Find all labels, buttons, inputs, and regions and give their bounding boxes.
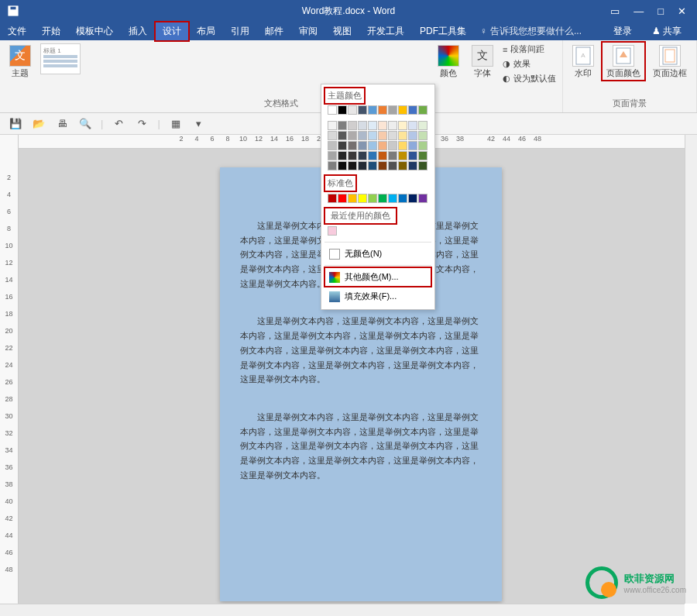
color-swatch[interactable] xyxy=(358,141,367,150)
color-swatch[interactable] xyxy=(328,131,337,140)
tell-me-search[interactable]: ♀ 告诉我您想要做什么... xyxy=(480,25,582,38)
color-swatch[interactable] xyxy=(328,194,337,203)
color-swatch[interactable] xyxy=(358,105,367,115)
color-swatch[interactable] xyxy=(388,194,397,203)
color-swatch[interactable] xyxy=(408,105,417,115)
color-swatch[interactable] xyxy=(328,161,337,170)
tab-pdf-tools[interactable]: PDF工具集 xyxy=(412,22,474,41)
color-swatch[interactable] xyxy=(418,141,427,150)
color-swatch[interactable] xyxy=(418,105,427,115)
color-swatch[interactable] xyxy=(388,131,397,140)
color-swatch[interactable] xyxy=(348,121,357,130)
minimize-button[interactable]: — xyxy=(633,5,644,17)
themes-button[interactable]: 文 主题 xyxy=(6,43,34,79)
no-color-item[interactable]: 无颜色(N) xyxy=(324,244,431,263)
color-swatch[interactable] xyxy=(418,194,427,203)
color-swatch[interactable] xyxy=(418,121,427,130)
color-swatch[interactable] xyxy=(358,151,367,160)
color-swatch[interactable] xyxy=(388,121,397,130)
maximize-button[interactable]: □ xyxy=(658,5,664,17)
color-swatch[interactable] xyxy=(348,105,357,115)
color-swatch[interactable] xyxy=(398,194,407,203)
color-swatch[interactable] xyxy=(368,141,377,150)
color-swatch[interactable] xyxy=(368,151,377,160)
color-swatch[interactable] xyxy=(338,151,347,160)
color-swatch[interactable] xyxy=(408,121,417,130)
color-swatch[interactable] xyxy=(418,161,427,170)
color-swatch[interactable] xyxy=(368,121,377,130)
paragraph-2[interactable]: 这里是举例文本内容，这里是举例文本内容，这里是举例文本内容，这里是举例文本内容，… xyxy=(240,314,482,386)
color-swatch[interactable] xyxy=(408,141,417,150)
watermark-button[interactable]: A 水印 xyxy=(569,43,597,79)
color-swatch[interactable] xyxy=(338,161,347,170)
color-swatch[interactable] xyxy=(378,131,387,140)
paragraph-3[interactable]: 这里是举例文本内容，这里是举例文本内容，这里是举例文本内容，这里是举例文本内容，… xyxy=(240,410,482,482)
color-swatch[interactable] xyxy=(398,105,407,115)
tab-mailings[interactable]: 邮件 xyxy=(257,22,291,41)
color-swatch[interactable] xyxy=(368,161,377,170)
color-swatch[interactable] xyxy=(358,194,367,203)
color-swatch[interactable] xyxy=(328,105,337,115)
color-swatch[interactable] xyxy=(408,194,417,203)
color-swatch[interactable] xyxy=(338,131,347,140)
color-swatch[interactable] xyxy=(398,161,407,170)
set-default-button[interactable]: ◐设为默认值 xyxy=(503,73,556,84)
fill-effects-item[interactable]: 填充效果(F)... xyxy=(324,287,431,306)
color-swatch[interactable] xyxy=(398,151,407,160)
color-swatch[interactable] xyxy=(408,161,417,170)
print-qat-button[interactable]: 🖶 xyxy=(54,116,70,132)
color-swatch[interactable] xyxy=(338,141,347,150)
color-swatch[interactable] xyxy=(378,161,387,170)
preview-qat-button[interactable]: 🔍 xyxy=(77,116,93,132)
color-swatch[interactable] xyxy=(328,151,337,160)
color-swatch[interactable] xyxy=(378,141,387,150)
color-swatch[interactable] xyxy=(328,121,337,130)
tab-home[interactable]: 开始 xyxy=(34,22,68,41)
save-icon[interactable] xyxy=(8,5,19,16)
color-swatch[interactable] xyxy=(338,121,347,130)
table-qat-button[interactable]: ▦ xyxy=(168,116,184,132)
color-swatch[interactable] xyxy=(328,141,337,150)
share-link[interactable]: ♟ 共享 xyxy=(644,22,689,41)
style-set-thumb[interactable]: 标题 1 xyxy=(40,43,81,74)
page-color-button[interactable]: 页面颜色 xyxy=(603,43,644,79)
undo-qat-button[interactable]: ↶ xyxy=(111,116,126,132)
color-swatch[interactable] xyxy=(348,161,357,170)
color-swatch[interactable] xyxy=(418,131,427,140)
color-swatch[interactable] xyxy=(358,131,367,140)
color-swatch[interactable] xyxy=(398,131,407,140)
color-swatch[interactable] xyxy=(408,131,417,140)
tab-review[interactable]: 审阅 xyxy=(291,22,325,41)
color-swatch[interactable] xyxy=(388,141,397,150)
tab-developer[interactable]: 开发工具 xyxy=(359,22,412,41)
color-swatch[interactable] xyxy=(368,194,377,203)
color-swatch[interactable] xyxy=(358,121,367,130)
color-swatch[interactable] xyxy=(348,131,357,140)
color-swatch[interactable] xyxy=(418,151,427,160)
color-swatch[interactable] xyxy=(358,161,367,170)
vertical-ruler[interactable]: 2468101214161820222426283032343638404244… xyxy=(0,135,19,604)
color-swatch[interactable] xyxy=(348,194,357,203)
fonts-button[interactable]: 文 字体 xyxy=(469,43,496,79)
color-swatch[interactable] xyxy=(388,105,397,115)
tab-view[interactable]: 视图 xyxy=(325,22,359,41)
more-qat-button[interactable]: ▾ xyxy=(191,116,207,132)
ribbon-collapse-icon[interactable]: ▭ xyxy=(610,5,620,17)
color-swatch[interactable] xyxy=(408,151,417,160)
color-swatch[interactable] xyxy=(338,105,347,115)
tab-file[interactable]: 文件 xyxy=(0,22,34,41)
page-border-button[interactable]: 页面边框 xyxy=(650,43,690,79)
redo-qat-button[interactable]: ↷ xyxy=(134,116,149,132)
vertical-scrollbar[interactable] xyxy=(685,135,697,604)
open-qat-button[interactable]: 📂 xyxy=(31,116,46,132)
color-swatch[interactable] xyxy=(388,151,397,160)
login-link[interactable]: 登录 xyxy=(606,22,640,41)
save-qat-button[interactable]: 💾 xyxy=(8,116,23,132)
close-button[interactable]: ✕ xyxy=(678,5,686,17)
color-swatch[interactable] xyxy=(398,141,407,150)
color-swatch[interactable] xyxy=(378,105,387,115)
tab-references[interactable]: 引用 xyxy=(223,22,257,41)
color-swatch[interactable] xyxy=(348,141,357,150)
tab-template-center[interactable]: 模板中心 xyxy=(68,22,121,41)
color-swatch[interactable] xyxy=(388,161,397,170)
